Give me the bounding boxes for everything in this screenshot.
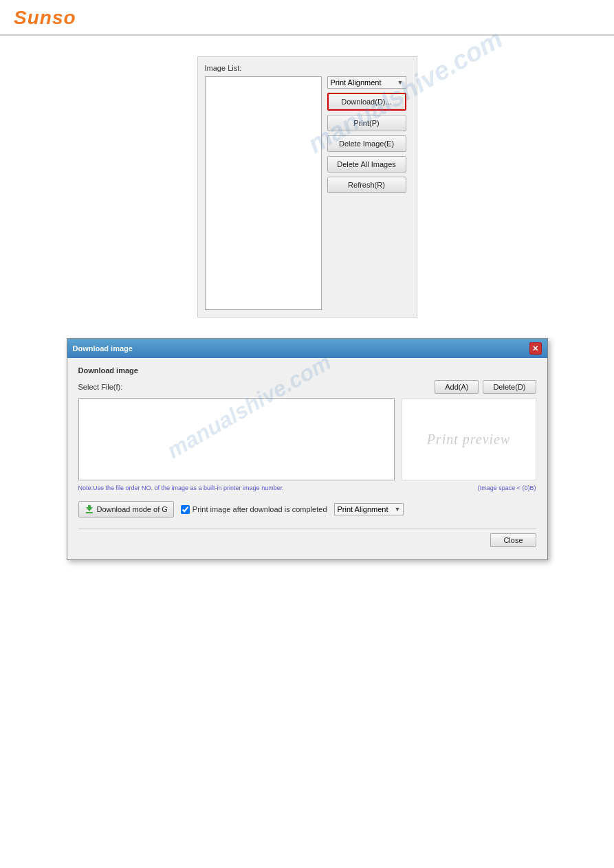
- download-mode-label: Download mode of G: [97, 505, 168, 513]
- refresh-button[interactable]: Refresh(R): [327, 177, 406, 193]
- note-right: (Image space < (0)B): [478, 485, 536, 491]
- image-list-box: [205, 76, 322, 310]
- delete-button[interactable]: Delete(D): [483, 380, 536, 394]
- dialog-bottom-row: Download mode of G Print image after dow…: [78, 497, 536, 522]
- dialog-section-title: Download image: [78, 366, 536, 375]
- dialog-footer: Close: [78, 528, 536, 548]
- note-row: Note:Use the file order NO. of the image…: [78, 485, 536, 491]
- logo: Sunso: [14, 7, 76, 29]
- print-button[interactable]: Print(P): [327, 115, 406, 131]
- image-list-container: Image List: Print Alignment Center Left …: [197, 56, 417, 318]
- dialog-titlebar: Download image ✕: [67, 339, 547, 358]
- delete-all-button[interactable]: Delete All Images: [327, 156, 406, 173]
- select-file-label: Select File(f):: [78, 383, 123, 391]
- dialog-close-button[interactable]: ✕: [529, 342, 542, 355]
- svg-marker-0: [86, 505, 93, 511]
- close-button[interactable]: Close: [490, 533, 536, 547]
- dialog-print-alignment-select[interactable]: Print Alignment Center Left Right: [334, 503, 404, 515]
- dialog-title: Download image: [73, 344, 133, 353]
- header: Sunso: [0, 0, 614, 36]
- print-alignment-dropdown-top[interactable]: Print Alignment Center Left Right ▼: [327, 76, 406, 89]
- download-mode-icon: [85, 504, 94, 514]
- logo-text: Sunso: [14, 7, 76, 28]
- image-list-buttons: Print Alignment Center Left Right ▼ Down…: [327, 76, 406, 310]
- print-after-download-row: Print image after download is completed: [181, 505, 327, 514]
- dialog-print-alignment-dropdown[interactable]: Print Alignment Center Left Right ▼: [334, 503, 404, 515]
- download-image-dialog: manualshive.com Download image ✕ Downloa…: [67, 338, 548, 560]
- download-mode-button[interactable]: Download mode of G: [78, 501, 174, 518]
- print-after-download-label: Print image after download is completed: [193, 505, 327, 513]
- select-file-row: Select File(f): Add(A) Delete(D): [78, 380, 536, 394]
- dialog-content-area: Print preview: [78, 398, 536, 480]
- download-button[interactable]: Download(D)...: [327, 93, 406, 111]
- print-preview-area: Print preview: [402, 398, 536, 480]
- select-file-buttons: Add(A) Delete(D): [435, 380, 536, 394]
- file-list-box[interactable]: [78, 398, 395, 480]
- svg-rect-1: [86, 512, 93, 513]
- print-preview-text: Print preview: [427, 432, 511, 447]
- top-panel: manualshive.com Image List: Print Alignm…: [0, 36, 614, 331]
- image-list-label: Image List:: [205, 64, 410, 72]
- print-alignment-select-top[interactable]: Print Alignment Center Left Right: [327, 76, 406, 89]
- add-button[interactable]: Add(A): [435, 380, 479, 394]
- image-list-inner: Print Alignment Center Left Right ▼ Down…: [205, 76, 410, 310]
- note-left: Note:Use the file order NO. of the image…: [78, 485, 284, 491]
- dialog-overlay: manualshive.com Download image ✕ Downloa…: [0, 331, 614, 574]
- delete-image-button[interactable]: Delete Image(E): [327, 135, 406, 152]
- dialog-body: Download image Select File(f): Add(A) De…: [67, 358, 547, 559]
- print-after-download-checkbox[interactable]: [181, 505, 190, 514]
